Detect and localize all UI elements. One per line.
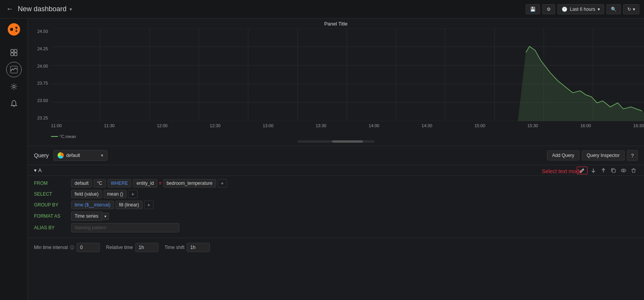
y-axis-label-1: 24.25	[37, 46, 48, 51]
main-layout: Panel Title 24.50 24.25 24.00 23.75 23.5…	[0, 19, 644, 300]
relative-time-input[interactable]	[135, 243, 158, 252]
clock-icon: 🕐	[562, 7, 567, 12]
time-range-picker[interactable]: 🕐 Last 6 hours ▾	[557, 4, 604, 14]
legend-item: °C.mean	[51, 134, 76, 139]
alias-by-label: ALIAS BY	[34, 225, 69, 230]
equals-sign: =	[159, 181, 162, 186]
back-button[interactable]: ←	[5, 3, 15, 15]
format-as-row: FORMAT AS Time series Table Logs ▾	[34, 211, 638, 221]
scrollbar-thumb[interactable]	[332, 140, 363, 143]
select-label: SELECT	[34, 191, 69, 197]
x-label-7: 14:30	[422, 123, 433, 128]
chart-panel: Panel Title 24.50 24.25 24.00 23.75 23.5…	[28, 19, 644, 146]
x-label-3: 12:30	[210, 123, 221, 128]
alias-by-row: ALIAS BY	[34, 223, 638, 232]
svg-line-30	[583, 169, 583, 170]
group-by-time-chip[interactable]: time ($__interval)	[71, 201, 114, 209]
content-area: Panel Title 24.50 24.25 24.00 23.75 23.5…	[28, 19, 644, 300]
legend-color-swatch	[51, 136, 58, 137]
format-as-label: FORMAT AS	[34, 213, 69, 219]
x-label-11: 16:30	[633, 123, 644, 128]
from-field-chip[interactable]: entity_id	[133, 179, 157, 188]
time-caret-icon: ▾	[598, 7, 600, 12]
sidebar-logo[interactable]	[6, 22, 22, 37]
search-button[interactable]: 🔍	[607, 4, 621, 14]
y-axis: 24.50 24.25 24.00 23.75 23.50 23.25	[28, 28, 50, 121]
format-select: Time series Table Logs ▾	[71, 211, 109, 221]
y-axis-label-3: 23.75	[37, 81, 48, 85]
query-row-header: ▾ A Select text mode	[28, 165, 644, 176]
info-icon[interactable]: ⓘ	[70, 245, 74, 251]
move-up-button[interactable]	[599, 167, 608, 174]
select-text-mode-label: Select text mode	[542, 168, 582, 174]
query-builder: FROM default °C WHERE entity_id = bedroo…	[28, 176, 644, 238]
query-row-toggle[interactable]: ▾ A	[34, 167, 42, 173]
select-field-chip[interactable]: field (value)	[71, 190, 102, 198]
group-by-fill-chip[interactable]: fill (linear)	[116, 201, 143, 209]
settings-button[interactable]: ⚙	[542, 4, 555, 14]
edit-mode-button[interactable]	[577, 167, 588, 174]
top-nav-left: ← New dashboard ▾	[5, 3, 72, 15]
group-by-label: GROUP BY	[34, 202, 69, 208]
from-value-chip[interactable]: bedroom_temperature	[163, 179, 216, 188]
refresh-caret-icon: ▾	[633, 7, 635, 12]
select-row: SELECT field (value) mean () +	[34, 190, 638, 198]
sidebar-item-alerting[interactable]	[6, 96, 22, 111]
help-button[interactable]: ?	[627, 150, 638, 161]
scrollbar-track[interactable]	[297, 140, 375, 143]
x-label-0: 11:00	[51, 123, 62, 128]
query-inspector-button[interactable]: Query Inspector	[582, 150, 625, 160]
chart-legend: °C.mean	[28, 133, 644, 140]
x-label-8: 15:00	[475, 123, 486, 128]
refresh-button[interactable]: ↻ ▾	[623, 4, 639, 14]
query-header-left: Query default ▾	[34, 150, 107, 161]
time-shift-input[interactable]	[187, 243, 210, 252]
delete-button[interactable]	[629, 167, 638, 174]
format-as-select[interactable]: Time series Table Logs	[71, 211, 102, 221]
group-by-row: GROUP BY time ($__interval) fill (linear…	[34, 201, 638, 209]
from-unit-chip[interactable]: °C	[94, 179, 106, 188]
from-add-button[interactable]: +	[218, 179, 227, 188]
select-value: field (value) mean () +	[71, 190, 138, 198]
select-func-chip[interactable]: mean ()	[104, 190, 126, 198]
save-button[interactable]: 💾	[526, 4, 540, 14]
query-label: Query	[34, 152, 49, 159]
query-id-label: A	[38, 167, 42, 173]
group-by-add-button[interactable]: +	[144, 201, 153, 209]
query-row-actions	[577, 167, 638, 174]
min-time-interval-label: Min time interval	[34, 245, 68, 250]
top-nav: ← New dashboard ▾ 💾 ⚙ 🕐 Last 6 hours ▾ 🔍…	[0, 0, 644, 19]
where-label-chip: WHERE	[107, 179, 132, 188]
min-time-interval-input[interactable]	[77, 243, 100, 252]
svg-rect-33	[612, 169, 615, 172]
sidebar-item-settings[interactable]	[6, 79, 22, 94]
x-label-9: 15:30	[527, 123, 538, 128]
from-db-chip[interactable]: default	[71, 179, 92, 188]
alias-by-input[interactable]	[71, 223, 179, 232]
duplicate-button[interactable]	[609, 167, 618, 174]
sidebar-item-dashboards[interactable]	[6, 45, 22, 60]
datasource-selector[interactable]: default ▾	[53, 150, 107, 161]
x-label-6: 14:00	[369, 123, 380, 128]
visibility-button[interactable]	[619, 167, 628, 174]
dashboard-title: New dashboard	[18, 5, 66, 13]
refresh-icon: ↻	[627, 7, 631, 12]
dashboard-caret[interactable]: ▾	[70, 7, 72, 12]
x-label-4: 13:00	[263, 123, 274, 128]
x-label-5: 13:30	[316, 123, 327, 128]
time-range-label: Last 6 hours	[570, 7, 595, 12]
format-caret-button[interactable]: ▾	[102, 213, 109, 220]
select-add-button[interactable]: +	[128, 190, 137, 198]
chevron-down-icon: ▾	[34, 167, 37, 173]
svg-point-35	[623, 170, 624, 171]
svg-point-34	[621, 169, 626, 172]
sidebar-item-explore[interactable]	[6, 62, 22, 77]
move-down-button[interactable]	[589, 167, 598, 174]
y-axis-label-2: 24.00	[37, 64, 48, 68]
y-axis-label-4: 23.50	[37, 98, 48, 103]
x-label-1: 11:30	[104, 123, 115, 128]
add-query-button[interactable]: Add Query	[547, 150, 579, 160]
svg-rect-6	[11, 49, 14, 52]
bottom-options: Min time interval ⓘ Relative time Time s…	[28, 238, 644, 257]
query-header: Query default ▾ Add Query Query Inspecto…	[28, 146, 644, 165]
